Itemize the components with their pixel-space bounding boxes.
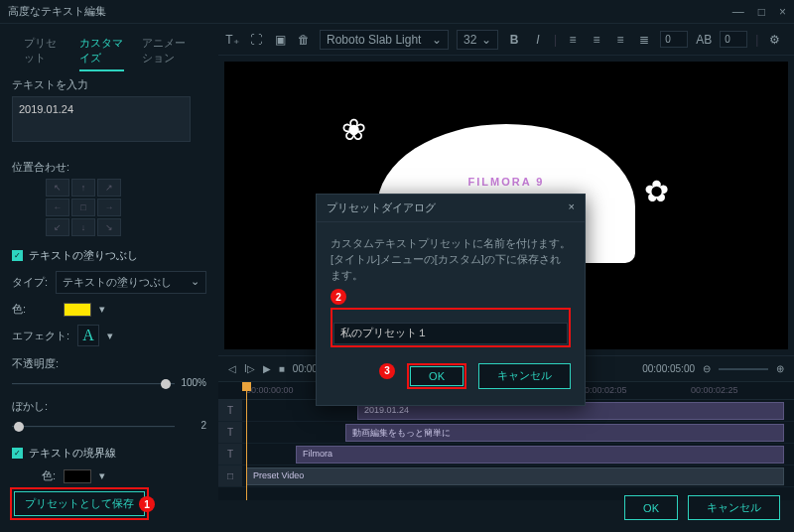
clip[interactable]: Filmora [296, 446, 784, 464]
font-select[interactable]: Roboto Slab Light⌄ [320, 30, 449, 50]
border-section-header[interactable]: ✓ テキストの境界線 [12, 446, 206, 461]
border-color-swatch[interactable] [64, 469, 91, 483]
chevron-down-icon: ⌄ [191, 275, 199, 290]
track-header[interactable]: T [218, 400, 242, 421]
ok-button[interactable]: OK [624, 495, 678, 520]
gear-icon[interactable]: ⚙ [766, 32, 782, 48]
track-header[interactable]: T [218, 444, 242, 465]
close-icon[interactable]: × [779, 5, 786, 19]
chevron-down-icon: ⌄ [481, 33, 491, 47]
align-ml[interactable]: ← [46, 199, 69, 216]
blur-slider[interactable]: 2 [12, 418, 206, 436]
save-preset-highlight: プリセットとして保存 [10, 487, 149, 520]
border-color-label: 色: [12, 468, 56, 483]
dialog-title: プリセットダイアログ [327, 200, 436, 215]
layer-icon[interactable]: ▣ [272, 32, 288, 48]
clip[interactable]: Preset Video [246, 467, 784, 485]
track-header[interactable]: □ [218, 466, 242, 486]
align-tl[interactable]: ↖ [46, 179, 69, 197]
align-left-icon[interactable]: ≡ [565, 32, 581, 48]
leaf-icon: ❀ [341, 112, 366, 147]
add-text-icon[interactable]: T₊ [224, 32, 240, 48]
char-spacing-input[interactable]: 0 [720, 31, 747, 48]
prev-icon[interactable]: ◁ [228, 363, 236, 374]
preview-text: FILMORA 9 [377, 176, 635, 188]
zoom-out-icon[interactable]: ⊖ [703, 363, 711, 374]
crop-icon[interactable]: ⛶ [248, 32, 264, 48]
tab-preset[interactable]: プリセット [24, 36, 62, 71]
size-select[interactable]: 32⌄ [457, 30, 498, 50]
check-icon: ✓ [12, 448, 23, 459]
minimize-icon[interactable]: — [732, 5, 744, 19]
chevron-down-icon: ⌄ [432, 33, 442, 47]
line-spacing-input[interactable]: 0 [660, 31, 688, 48]
cancel-button[interactable]: キャンセル [688, 495, 780, 520]
tabs: プリセット カスタマイズ アニメーション [12, 32, 206, 71]
align-tr[interactable]: ↗ [97, 179, 121, 197]
titlebar: 高度なテキスト編集 — □ × [0, 0, 794, 24]
chevron-down-icon[interactable]: ▾ [107, 330, 113, 342]
dialog-cancel-button[interactable]: キャンセル [478, 363, 571, 389]
leaf-icon: ✿ [644, 174, 669, 208]
line-spacing-icon[interactable]: ≣ [636, 32, 652, 48]
fill-section-header[interactable]: ✓ テキストの塗りつぶし [12, 248, 206, 263]
align-mc[interactable]: □ [71, 199, 95, 216]
tab-animation[interactable]: アニメーション [142, 36, 195, 71]
chevron-down-icon[interactable]: ▾ [99, 469, 105, 482]
text-toolbar: T₊ ⛶ ▣ 🗑 Roboto Slab Light⌄ 32⌄ B I | ≡ … [218, 24, 794, 56]
type-label: タイプ: [12, 275, 48, 290]
save-preset-button[interactable]: プリセットとして保存 [14, 491, 145, 516]
badge-1: 1 [139, 496, 155, 512]
align-mr[interactable]: → [97, 199, 121, 216]
zoom-slider[interactable] [719, 368, 768, 370]
align-right-icon[interactable]: ≡ [612, 32, 628, 48]
blur-label: ぼかし: [12, 399, 206, 414]
play-icon[interactable]: ▶ [263, 363, 271, 374]
clip[interactable]: 動画編集をもっと簡単に [345, 424, 784, 442]
track-header[interactable]: T [218, 422, 242, 443]
color-swatch[interactable] [64, 303, 91, 317]
effect-preview[interactable]: A [77, 325, 99, 346]
trash-icon[interactable]: 🗑 [296, 32, 312, 48]
stop-icon[interactable]: ■ [279, 363, 285, 374]
chevron-down-icon[interactable]: ▾ [99, 303, 105, 316]
check-icon: ✓ [12, 250, 23, 261]
align-center-icon[interactable]: ≡ [589, 32, 604, 48]
tab-customize[interactable]: カスタマイズ [79, 36, 124, 71]
window-title: 高度なテキスト編集 [8, 4, 106, 19]
color-label: 色: [12, 302, 56, 317]
bold-icon[interactable]: B [506, 32, 522, 48]
sidebar: プリセット カスタマイズ アニメーション テキストを入力 2019.01.24 … [0, 24, 218, 500]
opacity-slider[interactable]: 100% [12, 375, 206, 393]
close-icon[interactable]: × [569, 200, 575, 215]
alignment-grid: ↖↑↗ ←□→ ↙↓↘ [46, 179, 206, 236]
dialog-body: カスタムテキストプリセットに名前を付けます。[タイトル]メニューの[カスタム]の… [331, 236, 571, 283]
align-br[interactable]: ↘ [97, 218, 121, 236]
italic-icon[interactable]: I [530, 32, 546, 48]
align-tc[interactable]: ↑ [71, 179, 95, 197]
time-total: 00:00:05:00 [642, 363, 695, 374]
align-bl[interactable]: ↙ [46, 218, 69, 236]
badge-2: 2 [331, 289, 346, 305]
maximize-icon[interactable]: □ [758, 5, 765, 19]
enter-text-label: テキストを入力 [12, 77, 206, 92]
type-select[interactable]: テキストの塗りつぶし⌄ [56, 271, 206, 294]
opacity-label: 不透明度: [12, 356, 206, 371]
align-bc[interactable]: ↓ [71, 218, 95, 236]
alignment-label: 位置合わせ: [12, 160, 206, 175]
step-back-icon[interactable]: I▷ [244, 363, 255, 374]
preset-name-input[interactable] [333, 323, 568, 344]
badge-3: 3 [379, 363, 395, 379]
dialog-ok-button[interactable]: OK [410, 366, 463, 386]
zoom-in-icon[interactable]: ⊕ [776, 363, 784, 374]
text-input[interactable]: 2019.01.24 [12, 96, 191, 142]
playhead[interactable] [246, 382, 247, 500]
effect-label: エフェクト: [12, 329, 69, 343]
char-spacing-icon[interactable]: AB [696, 32, 712, 48]
preset-dialog: プリセットダイアログ × カスタムテキストプリセットに名前を付けます。[タイトル… [316, 194, 586, 406]
